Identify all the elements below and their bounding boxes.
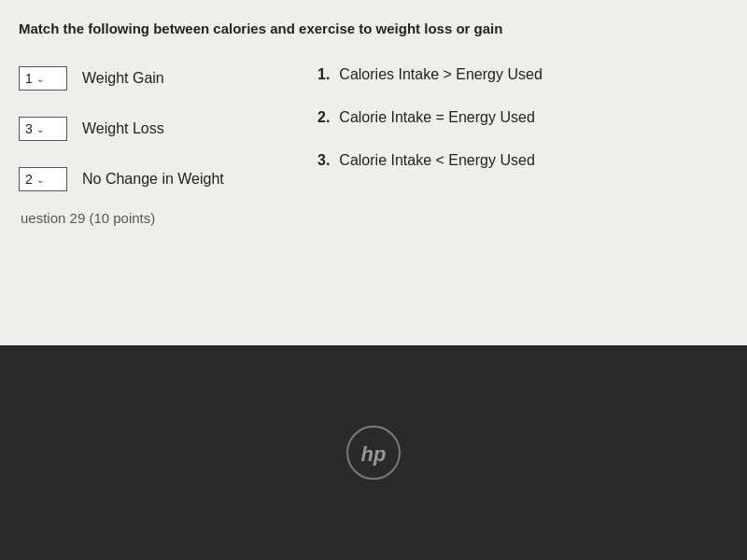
chevron-down-icon: ⌄ <box>36 74 44 84</box>
no-change-label: No Change in Weight <box>82 171 224 188</box>
right-num-2: 2. <box>317 109 330 126</box>
question-points: (10 points) <box>89 210 155 226</box>
question-footer: uestion 29 (10 points) <box>19 210 728 226</box>
dropdown-value: 1 <box>25 71 33 86</box>
weight-loss-label: Weight Loss <box>82 120 164 137</box>
dropdown-no-change[interactable]: 2 ⌄ <box>19 167 67 191</box>
instruction-text: Match the following between calories and… <box>19 19 728 38</box>
hp-logo-icon: hp <box>345 425 402 481</box>
weight-gain-label: Weight Gain <box>82 70 164 87</box>
right-num-3: 3. <box>317 152 330 169</box>
right-num-1: 1. <box>317 66 330 83</box>
right-item-1: 1. Calories Intake > Energy Used <box>317 66 543 83</box>
right-column: 1. Calories Intake > Energy Used 2. Calo… <box>299 66 543 169</box>
right-text-2: Calorie Intake = Energy Used <box>339 109 534 126</box>
right-text-1: Calories Intake > Energy Used <box>339 66 542 83</box>
right-text-3: Calorie Intake < Energy Used <box>339 152 534 169</box>
bottom-bar: hp <box>0 345 747 560</box>
dropdown-value: 2 <box>25 172 33 187</box>
question-label: uestion 29 <box>21 210 85 226</box>
left-item-weight-gain: 1 ⌄ Weight Gain <box>19 66 299 91</box>
dropdown-weight-gain[interactable]: 1 ⌄ <box>19 66 67 91</box>
dropdown-value: 3 <box>25 121 33 136</box>
left-item-no-change: 2 ⌄ No Change in Weight <box>19 167 299 191</box>
chevron-down-icon: ⌄ <box>36 124 44 134</box>
right-item-3: 3. Calorie Intake < Energy Used <box>317 152 543 169</box>
chevron-down-icon: ⌄ <box>36 175 44 185</box>
left-column: 1 ⌄ Weight Gain 3 ⌄ Weight Loss 2 ⌄ N <box>19 66 299 191</box>
svg-text:hp: hp <box>361 442 387 466</box>
dropdown-weight-loss[interactable]: 3 ⌄ <box>19 117 67 141</box>
right-item-2: 2. Calorie Intake = Energy Used <box>317 109 543 126</box>
left-item-weight-loss: 3 ⌄ Weight Loss <box>19 117 299 141</box>
